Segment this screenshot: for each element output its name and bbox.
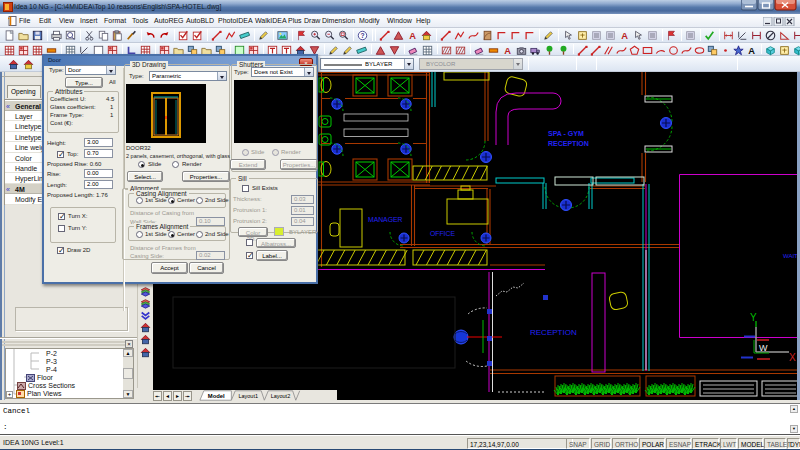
- svg-text:A: A: [409, 31, 416, 41]
- svg-text:SPA - GYM: SPA - GYM: [548, 130, 584, 137]
- svg-text:RECEPTION: RECEPTION: [530, 328, 577, 337]
- svg-text:A: A: [621, 31, 628, 41]
- svg-text:Model: Model: [208, 393, 225, 399]
- svg-text:A: A: [748, 46, 755, 56]
- svg-text:OFFICE: OFFICE: [430, 230, 455, 237]
- svg-text:RECEPTION: RECEPTION: [548, 140, 589, 147]
- svg-text:W: W: [759, 343, 768, 353]
- svg-text:WAIT: WAIT: [783, 253, 798, 259]
- svg-text:X: X: [789, 352, 796, 363]
- svg-text:?: ?: [360, 32, 364, 39]
- svg-text:Layout2: Layout2: [271, 393, 291, 399]
- svg-text:MANAGER: MANAGER: [368, 216, 402, 223]
- svg-text:A: A: [504, 46, 511, 56]
- svg-text:Layout1: Layout1: [238, 393, 258, 399]
